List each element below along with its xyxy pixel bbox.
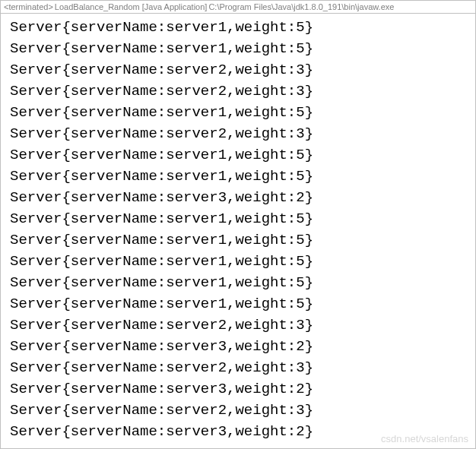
console-output[interactable]: Server{serverName:server1,weight:5} Serv… bbox=[1, 14, 475, 445]
console-line: Server{serverName:server2,weight:3} bbox=[10, 315, 466, 336]
console-line: Server{serverName:server1,weight:5} bbox=[10, 208, 466, 229]
console-line: Server{serverName:server3,weight:2} bbox=[10, 336, 466, 357]
console-line: Server{serverName:server3,weight:2} bbox=[10, 421, 466, 442]
app-name: LoadBalance_Random [Java Application] bbox=[55, 2, 208, 11]
console-line: Server{serverName:server2,weight:3} bbox=[10, 400, 466, 421]
console-header: <terminated> LoadBalance_Random [Java Ap… bbox=[1, 1, 475, 14]
console-line: Server{serverName:server2,weight:3} bbox=[10, 357, 466, 378]
console-line: Server{serverName:server2,weight:3} bbox=[10, 59, 466, 81]
console-line: Server{serverName:server1,weight:5} bbox=[10, 102, 466, 123]
console-line: Server{serverName:server2,weight:3} bbox=[10, 81, 466, 102]
console-line: Server{serverName:server1,weight:5} bbox=[10, 251, 466, 272]
console-line: Server{serverName:server1,weight:5} bbox=[10, 17, 466, 38]
console-line: Server{serverName:server3,weight:2} bbox=[10, 378, 466, 400]
run-status: <terminated> bbox=[4, 2, 53, 11]
console-line: Server{serverName:server1,weight:5} bbox=[10, 229, 466, 251]
console-line: Server{serverName:server1,weight:5} bbox=[10, 272, 466, 293]
console-line: Server{serverName:server2,weight:3} bbox=[10, 123, 466, 144]
console-line: Server{serverName:server1,weight:5} bbox=[10, 166, 466, 187]
console-line: Server{serverName:server1,weight:5} bbox=[10, 38, 466, 59]
console-line: Server{serverName:server1,weight:5} bbox=[10, 293, 466, 315]
jvm-path: C:\Program Files\Java\jdk1.8.0_191\bin\j… bbox=[208, 2, 394, 11]
console-line: Server{serverName:server3,weight:2} bbox=[10, 187, 466, 208]
console-line: Server{serverName:server1,weight:5} bbox=[10, 144, 466, 166]
